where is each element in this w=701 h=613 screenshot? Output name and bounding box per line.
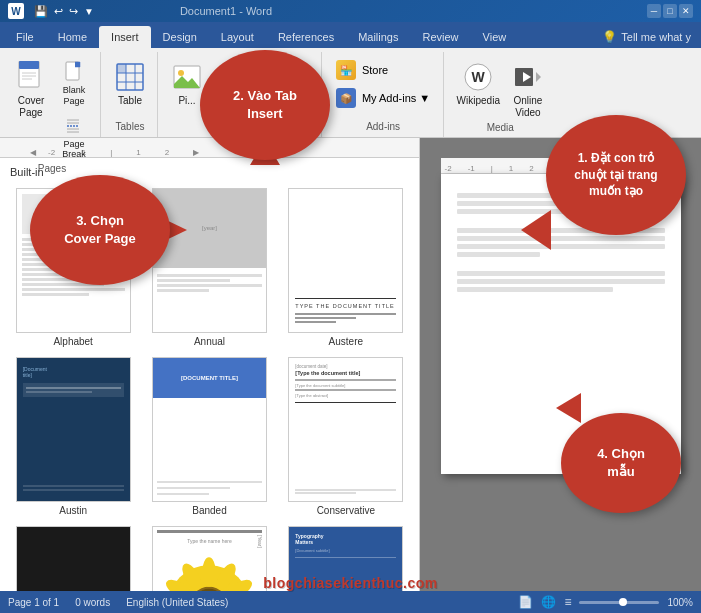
- wikipedia-button[interactable]: W Wikipedia: [452, 58, 505, 110]
- bubble-1-arrow: [521, 210, 551, 250]
- close-button[interactable]: ✕: [679, 4, 693, 18]
- store-label: Store: [362, 64, 388, 76]
- bubble-3: 3. Chọn Cover Page: [30, 175, 170, 285]
- svg-text:W: W: [472, 69, 486, 85]
- online-video-icon: [512, 61, 544, 93]
- svg-rect-1: [19, 61, 39, 69]
- bubble-3-text: 3. Chọn Cover Page: [64, 212, 136, 248]
- addins-items: 🏪 Store 📦 My Add-ins ▼: [332, 54, 434, 121]
- cover-page-label: CoverPage: [18, 95, 45, 119]
- addins-group-label: Add-ins: [366, 121, 400, 135]
- zoom-thumb: [619, 598, 627, 606]
- zoom-level[interactable]: 100%: [667, 597, 693, 608]
- ribbon-group-media: W Wikipedia OnlineVideo: [446, 52, 555, 137]
- cover-item-austin[interactable]: [Documenttitle]: [10, 357, 136, 516]
- tab-design[interactable]: Design: [151, 26, 209, 48]
- cover-thumb-banded: [DOCUMENT TITLE]: [152, 357, 267, 502]
- cover-page-button[interactable]: CoverPage: [10, 58, 52, 122]
- bubble-2-text: 2. Vào Tab Insert: [233, 87, 297, 123]
- app-window: W 💾 ↩ ↪ ▼ Document1 - Word ─ □ ✕ File Ho…: [0, 0, 701, 613]
- blank-page-label: BlankPage: [63, 85, 86, 107]
- tab-layout[interactable]: Layout: [209, 26, 266, 48]
- quick-undo[interactable]: ↩: [54, 5, 63, 18]
- tab-mailings[interactable]: Mailings: [346, 26, 410, 48]
- status-bar: Page 1 of 1 0 words English (United Stat…: [0, 591, 701, 613]
- wikipedia-icon: W: [462, 61, 494, 93]
- table-icon: [114, 61, 146, 93]
- tab-review[interactable]: Review: [411, 26, 471, 48]
- cover-thumb-austin: [Documenttitle]: [16, 357, 131, 502]
- cover-thumb-annual: [year]: [152, 188, 267, 333]
- minimize-button[interactable]: ─: [647, 4, 661, 18]
- store-button[interactable]: 🏪 Store: [332, 58, 392, 82]
- quick-redo[interactable]: ↪: [69, 5, 78, 18]
- tab-insert[interactable]: Insert: [99, 26, 151, 48]
- zoom-slider[interactable]: [579, 601, 659, 604]
- svg-marker-30: [536, 72, 541, 82]
- app-icon: W: [8, 3, 24, 19]
- cover-page-icon: [15, 61, 47, 93]
- view-outline-icon[interactable]: ≡: [564, 595, 571, 609]
- bubble-1-text: 1. Đặt con trỏ chuột tại trang muốn tạo: [574, 150, 657, 200]
- cover-item-banded[interactable]: [DOCUMENT TITLE] Banded: [146, 357, 272, 516]
- maximize-button[interactable]: □: [663, 4, 677, 18]
- tab-file[interactable]: File: [4, 26, 46, 48]
- view-normal-icon[interactable]: 📄: [518, 595, 533, 609]
- page-break-button[interactable]: PageBreak: [54, 112, 94, 164]
- tab-home[interactable]: Home: [46, 26, 99, 48]
- tab-view[interactable]: View: [471, 26, 519, 48]
- tables-group-label: Tables: [116, 121, 145, 135]
- tables-buttons: Table: [109, 54, 151, 121]
- watermark: blogchiasekienthuc.com: [0, 575, 701, 591]
- online-video-button[interactable]: OnlineVideo: [507, 58, 549, 122]
- cover-name-banded: Banded: [192, 505, 226, 516]
- pictures-icon: [171, 61, 203, 93]
- quick-save[interactable]: 💾: [34, 5, 48, 18]
- pages-group-label: Pages: [38, 163, 66, 177]
- ribbon-tabs: File Home Insert Design Layout Reference…: [0, 22, 701, 48]
- cover-name-austin: Austin: [59, 505, 87, 516]
- table-label: Table: [118, 95, 142, 107]
- cover-item-austere[interactable]: TYPE THE DOCUMENT TITLE Austere: [283, 188, 409, 347]
- page-break-label: PageBreak: [62, 139, 86, 161]
- cover-name-conservative: Conservative: [317, 505, 375, 516]
- media-group-label: Media: [487, 122, 514, 136]
- blank-page-button[interactable]: BlankPage: [54, 58, 94, 110]
- my-addins-label: My Add-ins ▼: [362, 92, 430, 104]
- pages-buttons: CoverPage BlankPage: [10, 54, 94, 163]
- store-icon: 🏪: [336, 60, 356, 80]
- window-controls: ─ □ ✕: [647, 4, 693, 18]
- cover-name-austere: Austere: [329, 336, 363, 347]
- ribbon-group-addins: 🏪 Store 📦 My Add-ins ▼ Add-ins: [324, 52, 444, 137]
- bubble-4-arrow: [556, 393, 581, 423]
- lang-status: English (United States): [126, 597, 228, 608]
- ribbon-group-pages: CoverPage BlankPage: [4, 52, 101, 137]
- online-video-label: OnlineVideo: [514, 95, 543, 119]
- view-web-icon[interactable]: 🌐: [541, 595, 556, 609]
- svg-point-18: [178, 70, 184, 76]
- title-bar: W 💾 ↩ ↪ ▼ Document1 - Word ─ □ ✕: [0, 0, 701, 22]
- status-bar-right: 📄 🌐 ≡ 100%: [518, 595, 693, 609]
- cover-name-annual: Annual: [194, 336, 225, 347]
- cover-name-alphabet: Alphabet: [53, 336, 92, 347]
- page-status: Page 1 of 1: [8, 597, 59, 608]
- tell-me-field[interactable]: 💡 Tell me what y: [592, 26, 701, 48]
- cover-thumb-conservative: [document date] [Type the document title…: [288, 357, 403, 502]
- bubble-4: 4. Chọn mẫu: [561, 413, 681, 513]
- bubble-1: 1. Đặt con trỏ chuột tại trang muốn tạo: [546, 115, 686, 235]
- svg-rect-16: [117, 64, 126, 73]
- pictures-label: Pi...: [178, 95, 195, 107]
- ribbon-group-tables: Table Tables: [103, 52, 158, 137]
- words-status: 0 words: [75, 597, 110, 608]
- my-addins-icon: 📦: [336, 88, 356, 108]
- bubble-2: 2. Vào Tab Insert: [200, 50, 330, 160]
- media-buttons: W Wikipedia OnlineVideo: [452, 54, 549, 122]
- filigree-year: [Year]: [257, 535, 263, 548]
- quick-customize[interactable]: ▼: [84, 6, 94, 17]
- table-button[interactable]: Table: [109, 58, 151, 110]
- doc-title: Document1 - Word: [180, 5, 272, 17]
- tab-references[interactable]: References: [266, 26, 346, 48]
- page-break-icon: [63, 115, 85, 137]
- my-addins-button[interactable]: 📦 My Add-ins ▼: [332, 86, 434, 110]
- cover-item-conservative[interactable]: [document date] [Type the document title…: [283, 357, 409, 516]
